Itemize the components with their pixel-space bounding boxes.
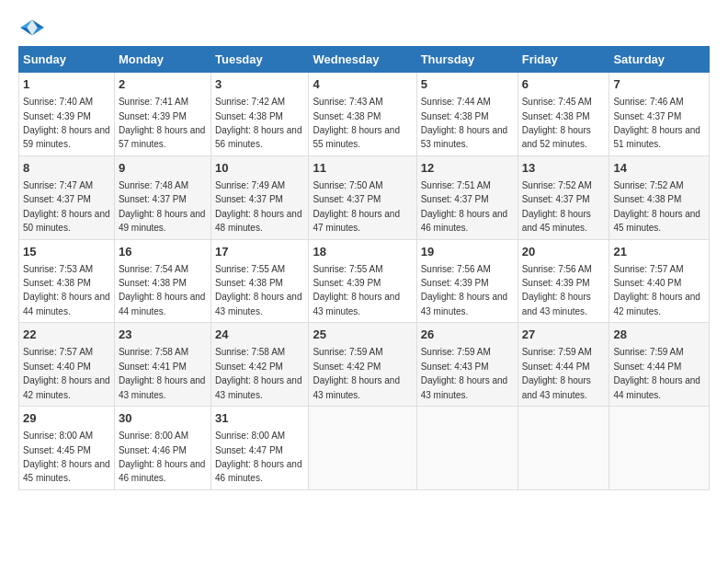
day-number: 29	[23, 410, 110, 427]
day-cell-29: 29 Sunrise: 8:00 AMSunset: 4:45 PMDaylig…	[19, 407, 115, 490]
day-info: Sunrise: 7:55 AMSunset: 4:39 PMDaylight:…	[313, 264, 400, 316]
day-cell-10: 10 Sunrise: 7:49 AMSunset: 4:37 PMDaylig…	[210, 155, 308, 239]
page-header	[18, 18, 710, 37]
calendar-week-1: 1 Sunrise: 7:40 AMSunset: 4:39 PMDayligh…	[19, 73, 710, 156]
day-cell-24: 24 Sunrise: 7:58 AMSunset: 4:42 PMDaylig…	[210, 323, 308, 407]
header-wednesday: Wednesday	[309, 47, 416, 73]
day-info: Sunrise: 7:47 AMSunset: 4:37 PMDaylight:…	[23, 180, 110, 233]
day-number: 11	[313, 160, 412, 177]
day-cell-30: 30 Sunrise: 8:00 AMSunset: 4:46 PMDaylig…	[114, 407, 210, 490]
day-info: Sunrise: 7:59 AMSunset: 4:44 PMDaylight:…	[613, 347, 700, 399]
day-cell-18: 18 Sunrise: 7:55 AMSunset: 4:39 PMDaylig…	[309, 239, 416, 323]
empty-cell	[518, 407, 609, 490]
day-info: Sunrise: 7:55 AMSunset: 4:38 PMDaylight:…	[215, 264, 302, 316]
day-cell-23: 23 Sunrise: 7:58 AMSunset: 4:41 PMDaylig…	[114, 323, 210, 407]
calendar-week-2: 8 Sunrise: 7:47 AMSunset: 4:37 PMDayligh…	[19, 155, 710, 239]
day-info: Sunrise: 7:54 AMSunset: 4:38 PMDaylight:…	[119, 264, 206, 316]
day-info: Sunrise: 7:49 AMSunset: 4:37 PMDaylight:…	[215, 180, 302, 233]
day-cell-26: 26 Sunrise: 7:59 AMSunset: 4:43 PMDaylig…	[416, 323, 518, 407]
day-info: Sunrise: 8:00 AMSunset: 4:46 PMDaylight:…	[119, 431, 206, 483]
day-number: 23	[119, 327, 207, 343]
day-number: 26	[421, 327, 514, 343]
day-cell-27: 27 Sunrise: 7:59 AMSunset: 4:44 PMDaylig…	[518, 323, 609, 407]
empty-cell	[309, 407, 416, 490]
day-number: 19	[421, 244, 514, 260]
day-cell-15: 15 Sunrise: 7:53 AMSunset: 4:38 PMDaylig…	[19, 239, 115, 323]
day-number: 20	[522, 244, 606, 260]
calendar-week-4: 22 Sunrise: 7:57 AMSunset: 4:40 PMDaylig…	[19, 323, 710, 407]
day-number: 5	[421, 76, 514, 93]
day-info: Sunrise: 7:59 AMSunset: 4:43 PMDaylight:…	[421, 347, 508, 399]
header-saturday: Saturday	[609, 47, 710, 73]
header-sunday: Sunday	[19, 47, 115, 73]
day-info: Sunrise: 7:58 AMSunset: 4:41 PMDaylight:…	[119, 347, 206, 399]
day-cell-19: 19 Sunrise: 7:56 AMSunset: 4:39 PMDaylig…	[416, 239, 518, 323]
day-cell-21: 21 Sunrise: 7:57 AMSunset: 4:40 PMDaylig…	[609, 239, 710, 323]
day-number: 6	[522, 76, 606, 93]
day-cell-14: 14 Sunrise: 7:52 AMSunset: 4:38 PMDaylig…	[609, 155, 710, 239]
day-number: 21	[613, 244, 705, 260]
day-cell-31: 31 Sunrise: 8:00 AMSunset: 4:47 PMDaylig…	[210, 407, 308, 490]
calendar-table: SundayMondayTuesdayWednesdayThursdayFrid…	[18, 46, 710, 490]
day-info: Sunrise: 7:42 AMSunset: 4:38 PMDaylight:…	[215, 97, 302, 149]
header-thursday: Thursday	[416, 47, 518, 73]
day-number: 31	[215, 410, 304, 427]
day-info: Sunrise: 7:56 AMSunset: 4:39 PMDaylight:…	[421, 264, 508, 316]
day-number: 24	[215, 327, 304, 343]
day-cell-22: 22 Sunrise: 7:57 AMSunset: 4:40 PMDaylig…	[19, 323, 115, 407]
day-number: 22	[23, 327, 110, 343]
day-number: 18	[313, 244, 412, 260]
header-monday: Monday	[114, 47, 210, 73]
day-info: Sunrise: 7:59 AMSunset: 4:44 PMDaylight:…	[522, 347, 592, 399]
day-cell-7: 7 Sunrise: 7:46 AMSunset: 4:37 PMDayligh…	[609, 73, 710, 156]
day-number: 30	[119, 410, 207, 427]
day-info: Sunrise: 7:51 AMSunset: 4:37 PMDaylight:…	[421, 180, 508, 233]
day-number: 14	[613, 160, 705, 177]
day-info: Sunrise: 7:57 AMSunset: 4:40 PMDaylight:…	[23, 347, 110, 399]
day-cell-13: 13 Sunrise: 7:52 AMSunset: 4:37 PMDaylig…	[518, 155, 609, 239]
day-info: Sunrise: 7:53 AMSunset: 4:38 PMDaylight:…	[23, 264, 110, 316]
calendar-header-row: SundayMondayTuesdayWednesdayThursdayFrid…	[19, 47, 710, 73]
logo-icon	[18, 18, 46, 37]
day-info: Sunrise: 7:44 AMSunset: 4:38 PMDaylight:…	[421, 97, 508, 149]
day-info: Sunrise: 7:40 AMSunset: 4:39 PMDaylight:…	[23, 97, 110, 149]
day-info: Sunrise: 7:46 AMSunset: 4:37 PMDaylight:…	[613, 97, 700, 149]
day-cell-2: 2 Sunrise: 7:41 AMSunset: 4:39 PMDayligh…	[114, 73, 210, 156]
day-info: Sunrise: 7:41 AMSunset: 4:39 PMDaylight:…	[119, 97, 206, 149]
day-number: 1	[23, 76, 110, 93]
day-info: Sunrise: 7:58 AMSunset: 4:42 PMDaylight:…	[215, 347, 302, 399]
day-number: 17	[215, 244, 304, 260]
day-cell-20: 20 Sunrise: 7:56 AMSunset: 4:39 PMDaylig…	[518, 239, 609, 323]
day-cell-17: 17 Sunrise: 7:55 AMSunset: 4:38 PMDaylig…	[210, 239, 308, 323]
day-number: 25	[313, 327, 412, 343]
day-info: Sunrise: 7:56 AMSunset: 4:39 PMDaylight:…	[522, 264, 592, 316]
day-cell-11: 11 Sunrise: 7:50 AMSunset: 4:37 PMDaylig…	[309, 155, 416, 239]
day-info: Sunrise: 7:52 AMSunset: 4:37 PMDaylight:…	[522, 180, 592, 233]
day-number: 27	[522, 327, 606, 343]
day-number: 13	[522, 160, 606, 177]
day-cell-8: 8 Sunrise: 7:47 AMSunset: 4:37 PMDayligh…	[19, 155, 115, 239]
header-tuesday: Tuesday	[210, 47, 308, 73]
day-info: Sunrise: 7:50 AMSunset: 4:37 PMDaylight:…	[313, 180, 400, 233]
day-number: 16	[119, 244, 207, 260]
day-cell-3: 3 Sunrise: 7:42 AMSunset: 4:38 PMDayligh…	[210, 73, 308, 156]
day-info: Sunrise: 7:45 AMSunset: 4:38 PMDaylight:…	[522, 97, 592, 149]
day-cell-1: 1 Sunrise: 7:40 AMSunset: 4:39 PMDayligh…	[19, 73, 115, 156]
day-number: 3	[215, 76, 304, 93]
day-info: Sunrise: 7:57 AMSunset: 4:40 PMDaylight:…	[613, 264, 700, 316]
day-cell-4: 4 Sunrise: 7:43 AMSunset: 4:38 PMDayligh…	[309, 73, 416, 156]
header-friday: Friday	[518, 47, 609, 73]
day-number: 9	[119, 160, 207, 177]
logo	[18, 18, 46, 37]
calendar-week-5: 29 Sunrise: 8:00 AMSunset: 4:45 PMDaylig…	[19, 407, 710, 490]
day-info: Sunrise: 7:43 AMSunset: 4:38 PMDaylight:…	[313, 97, 400, 149]
day-info: Sunrise: 8:00 AMSunset: 4:47 PMDaylight:…	[215, 431, 302, 483]
empty-cell	[416, 407, 518, 490]
day-number: 8	[23, 160, 110, 177]
empty-cell	[609, 407, 710, 490]
day-cell-5: 5 Sunrise: 7:44 AMSunset: 4:38 PMDayligh…	[416, 73, 518, 156]
day-cell-25: 25 Sunrise: 7:59 AMSunset: 4:42 PMDaylig…	[309, 323, 416, 407]
day-number: 2	[119, 76, 207, 93]
day-cell-6: 6 Sunrise: 7:45 AMSunset: 4:38 PMDayligh…	[518, 73, 609, 156]
day-info: Sunrise: 8:00 AMSunset: 4:45 PMDaylight:…	[23, 431, 110, 483]
